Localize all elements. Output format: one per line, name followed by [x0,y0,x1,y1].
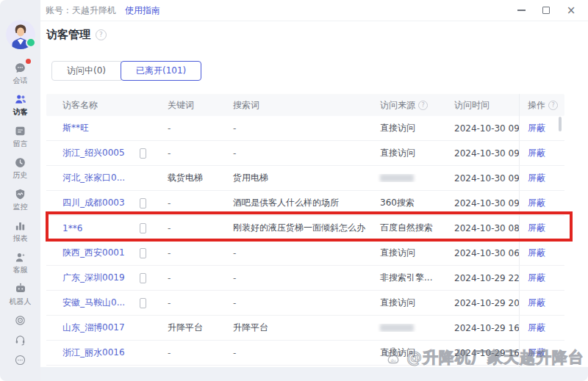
sidebar-item-label: 客服 [13,265,28,275]
visitor-name-link[interactable]: 河北_张家口0... [62,172,125,184]
sidebar-item-label: 监控 [13,202,28,212]
aim-icon[interactable] [14,313,26,327]
info-icon[interactable] [548,101,558,110]
message-icon [14,124,26,137]
block-button[interactable]: 屏蔽 [528,297,545,309]
visitor-name-link[interactable]: 浙江_丽水0016 [62,346,125,359]
maximize-icon[interactable] [541,5,551,15]
block-button[interactable]: 屏蔽 [528,222,545,234]
block-button[interactable]: 屏蔽 [528,147,545,159]
visit-source-cell: 直接访问 [371,147,446,159]
tab-0[interactable]: 访问中(0) [51,61,121,81]
phone-icon [140,248,146,258]
block-button[interactable]: 屏蔽 [528,172,545,184]
page-title-text: 访客管理 [46,28,90,42]
table-row: 广东_深圳0019--非搜索引擎...2024-10-29 22:4屏蔽 [46,266,564,291]
action-cell: 屏蔽 [519,216,564,240]
visit-time-cell: 2024-10-29 16:2 [446,348,519,358]
app-window: 会话访客留言历史监控报表客服机器人 账号：天越升降机 使用指南 × 访客管理 访… [0,0,588,381]
sidebar-item-report[interactable]: 报表 [0,216,40,247]
search-term-cell: - [224,273,371,283]
keyword-cell: - [158,198,224,208]
sidebar-item-label: 历史 [13,170,28,181]
table-row: 山东_淄博0017升降平台升降平台2024-10-29 16:2屏蔽 [46,316,564,341]
block-button[interactable]: 屏蔽 [528,346,545,359]
visitor-name-link[interactable]: 四川_成都0003 [62,197,125,209]
scrollbar-thumb[interactable] [559,117,562,131]
table-row: 安徽_马鞍山0...--直接访问2024-10-29 20:0屏蔽 [46,291,564,316]
visitor-name-link[interactable]: 陕西_西安0001 [62,247,125,259]
keyword-cell: 载货电梯 [158,172,224,184]
sidebar-item-visitors[interactable]: 访客 [0,90,40,121]
usage-guide-link[interactable]: 使用指南 [125,4,160,17]
robot-icon [14,282,27,295]
column-header: 关键词 [158,99,224,112]
table-row: 四川_成都0003-酒吧是供客人什么样的场所360搜索2024-10-30 09… [46,191,564,216]
action-cell: 屏蔽 [519,241,564,265]
visit-time-cell: 2024-10-30 06:2 [446,248,519,258]
keyword-cell: - [158,298,224,308]
sidebar-footer [14,313,26,366]
block-button[interactable]: 屏蔽 [528,322,545,334]
help-icon[interactable] [96,29,107,40]
sidebar-item-robot[interactable]: 机器人 [0,279,40,311]
keyword-cell: - [158,223,224,233]
column-header: 访问来源 [371,99,446,112]
action-cell: 屏蔽 [519,116,564,140]
window-controls: × [516,5,588,15]
sidebar-item-label: 留言 [13,139,28,149]
visitor-name-link[interactable]: 安徽_马鞍山0... [62,297,125,309]
close-icon[interactable]: × [566,5,576,15]
blurred-source [380,324,414,332]
visit-source-cell: 360搜索 [371,197,446,209]
visit-time-cell: 2024-10-29 20:0 [446,298,519,308]
block-button[interactable]: 屏蔽 [528,122,545,134]
sidebar-item-monitor[interactable]: 监控 [0,184,40,216]
sidebar-item-chat[interactable]: 会话 [0,58,40,90]
sidebar-item-message[interactable]: 留言 [0,121,40,153]
action-cell: 屏蔽 [519,141,564,165]
sidebar-item-agent[interactable]: 客服 [0,247,40,279]
visitor-name-link[interactable]: 1**6 [62,223,82,233]
search-term-cell: 酒吧是供客人什么样的场所 [224,197,371,209]
keyword-cell: - [158,148,224,159]
headset-icon[interactable] [14,333,26,346]
search-term-cell: - [224,123,371,134]
sidebar-item-label: 机器人 [10,297,32,307]
visit-time-cell: 2024-10-30 09:4 [446,123,519,134]
table-row: 1**6-刚装好的液压货梯一面倾斜怎么办百度自然搜索2024-10-30 08:… [46,216,564,241]
search-term-cell: 刚装好的液压货梯一面倾斜怎么办 [224,222,371,234]
visit-source-cell: 百度自然搜索 [371,222,446,234]
tab-bar: 访问中(0)已离开(101) [51,61,201,81]
visitors-icon [14,92,27,106]
visit-time-cell: 2024-10-30 09:1 [446,198,519,208]
visitor-name-link[interactable]: 浙江_绍兴0005 [62,147,125,159]
action-cell: 屏蔽 [519,166,564,190]
more-icon[interactable] [14,353,26,366]
account-label: 账号：天越升降机 [46,4,116,17]
visit-source-cell: 直接访问 [371,247,446,259]
visit-source-cell: 直接访问 [371,122,446,134]
minimize-icon[interactable] [516,5,526,15]
table-row: 浙江_绍兴0005--直接访问2024-10-30 09:3屏蔽 [46,141,564,166]
visit-time-cell: 2024-10-30 08:0 [446,223,519,233]
visitor-name-link[interactable]: 山东_淄博0017 [62,322,125,334]
agent-icon [14,250,26,264]
sidebar-item-history[interactable]: 历史 [0,153,40,184]
tab-1[interactable]: 已离开(101) [121,61,201,81]
action-cell: 屏蔽 [519,266,564,290]
info-icon[interactable] [418,101,428,110]
phone-icon [140,273,146,283]
avatar[interactable] [6,20,35,49]
block-button[interactable]: 屏蔽 [528,272,545,284]
column-header: 访问时间 [446,99,519,112]
report-icon [14,219,26,232]
visit-source-cell: 非搜索引擎... [371,272,446,284]
block-button[interactable]: 屏蔽 [528,197,545,209]
visitor-name-link[interactable]: 广东_深圳0019 [62,272,125,284]
visit-source-cell [371,324,446,332]
sidebar-item-label: 会话 [13,76,28,86]
block-button[interactable]: 屏蔽 [528,247,545,259]
visitor-name-link[interactable]: 斯**旺 [62,122,89,134]
blurred-source [380,174,414,182]
